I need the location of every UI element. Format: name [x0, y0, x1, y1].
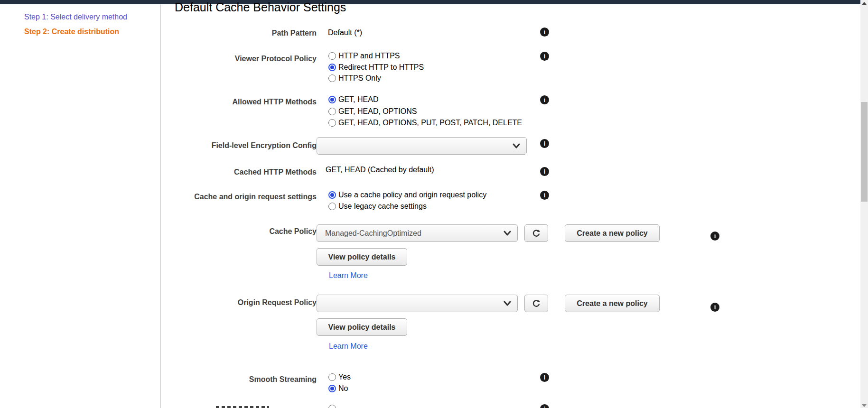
viewer-protocol-option-http-and-https[interactable]: HTTP and HTTPS: [328, 52, 400, 60]
radio-unselected-icon[interactable]: [328, 74, 336, 82]
smooth-streaming-option-yes[interactable]: Yes: [328, 373, 351, 381]
sidebar-step-2-current: Step 2: Create distribution: [24, 28, 119, 36]
cache-origin-settings-info-icon[interactable]: i: [540, 191, 549, 200]
radio-option-label: Use legacy cache settings: [338, 202, 427, 211]
cache-policy-create-button[interactable]: Create a new policy: [565, 224, 660, 242]
scrollbar-down-arrow-icon[interactable]: [862, 404, 867, 407]
radio-option-label: GET, HEAD, OPTIONS, PUT, POST, PATCH, DE…: [338, 119, 522, 127]
allowed-http-methods-label: Allowed HTTP Methods: [161, 97, 317, 107]
radio-unselected-icon[interactable]: [328, 203, 336, 210]
radio-unselected-icon[interactable]: [328, 52, 336, 60]
cache-policy-details-button[interactable]: View policy details: [317, 248, 407, 266]
smooth-streaming-info-icon[interactable]: i: [540, 373, 549, 382]
radio-option-label: Redirect HTTP to HTTPS: [338, 63, 424, 72]
chevron-down-icon: [503, 300, 512, 307]
refresh-icon: [532, 229, 541, 238]
section-title: Default Cache Behavior Settings: [175, 0, 346, 14]
origin-request-policy-label: Origin Request Policy: [161, 297, 317, 307]
partial-next-field-radio[interactable]: [328, 405, 336, 408]
radio-unselected-icon[interactable]: [328, 108, 336, 115]
radio-selected-icon[interactable]: [328, 385, 336, 392]
radio-selected-icon[interactable]: [328, 96, 336, 103]
radio-option-label: HTTPS Only: [338, 74, 381, 83]
origin-request-policy-learn-more-link[interactable]: Learn More: [329, 342, 368, 351]
path-pattern-label: Path Pattern: [161, 28, 317, 38]
scrollbar-up-arrow-icon[interactable]: [862, 2, 867, 5]
smooth-streaming-option-no[interactable]: No: [328, 384, 348, 393]
field-level-encryption-select[interactable]: [317, 137, 527, 155]
radio-unselected-icon[interactable]: [328, 373, 336, 381]
radio-unselected-icon[interactable]: [328, 119, 336, 127]
radio-option-label: GET, HEAD: [338, 95, 378, 104]
allowed-http-methods-info-icon[interactable]: i: [540, 95, 549, 104]
sidebar-divider: [160, 4, 161, 408]
origin-request-policy-create-button[interactable]: Create a new policy: [565, 295, 660, 312]
viewer-protocol-option-https-only[interactable]: HTTPS Only: [328, 74, 381, 83]
origin-request-policy-select[interactable]: [317, 295, 518, 312]
scrollbar-thumb[interactable]: [861, 102, 868, 202]
origin-request-policy-refresh-button[interactable]: [524, 295, 548, 312]
path-pattern-value: Default (*): [328, 28, 362, 37]
cache-policy-refresh-button[interactable]: [524, 224, 548, 242]
allowed-methods-option-all[interactable]: GET, HEAD, OPTIONS, PUT, POST, PATCH, DE…: [328, 119, 522, 127]
top-nav-bar: [0, 0, 860, 4]
field-level-encryption-info-icon[interactable]: i: [540, 139, 549, 148]
radio-option-label: No: [338, 384, 348, 393]
radio-selected-icon[interactable]: [328, 191, 336, 199]
allowed-methods-option-get-head[interactable]: GET, HEAD: [328, 95, 378, 104]
chevron-down-icon: [512, 142, 521, 150]
cache-policy-learn-more-link[interactable]: Learn More: [329, 271, 368, 280]
cached-http-methods-label: Cached HTTP Methods: [161, 167, 317, 177]
sidebar-step-1-link[interactable]: Step 1: Select delivery method: [24, 13, 127, 21]
select-value: Managed-CachingOptimized: [325, 229, 421, 238]
cache-origin-option-policy[interactable]: Use a cache policy and origin request po…: [328, 191, 486, 199]
cache-policy-label: Cache Policy: [161, 226, 317, 236]
allowed-methods-option-get-head-options[interactable]: GET, HEAD, OPTIONS: [328, 107, 417, 116]
cache-policy-select[interactable]: Managed-CachingOptimized: [317, 224, 518, 242]
chevron-down-icon: [503, 230, 512, 237]
vertical-scrollbar[interactable]: [860, 0, 868, 408]
cache-origin-option-legacy[interactable]: Use legacy cache settings: [328, 202, 427, 211]
cache-origin-settings-label: Cache and origin request settings: [161, 192, 317, 202]
field-level-encryption-label: Field-level Encryption Config: [161, 140, 317, 150]
refresh-icon: [532, 299, 541, 308]
partial-next-field-info-icon[interactable]: i: [540, 404, 549, 408]
smooth-streaming-label: Smooth Streaming: [161, 374, 317, 384]
radio-option-label: Use a cache policy and origin request po…: [338, 191, 486, 199]
path-pattern-info-icon[interactable]: i: [540, 28, 549, 37]
cached-http-methods-value: GET, HEAD (Cached by default): [326, 166, 434, 174]
radio-option-label: GET, HEAD, OPTIONS: [338, 107, 417, 116]
partial-next-field-label: [216, 406, 269, 408]
viewer-protocol-option-redirect[interactable]: Redirect HTTP to HTTPS: [328, 63, 424, 72]
origin-request-policy-info-icon[interactable]: i: [710, 303, 719, 312]
cached-http-methods-info-icon[interactable]: i: [540, 167, 549, 176]
origin-request-policy-details-button[interactable]: View policy details: [317, 318, 407, 336]
radio-option-label: HTTP and HTTPS: [338, 52, 400, 60]
viewer-protocol-policy-label: Viewer Protocol Policy: [161, 54, 317, 64]
radio-option-label: Yes: [338, 373, 351, 381]
radio-unselected-icon[interactable]: [328, 405, 336, 408]
radio-selected-icon[interactable]: [328, 64, 336, 71]
cache-policy-info-icon[interactable]: i: [710, 232, 719, 241]
viewer-protocol-policy-info-icon[interactable]: i: [540, 52, 549, 61]
